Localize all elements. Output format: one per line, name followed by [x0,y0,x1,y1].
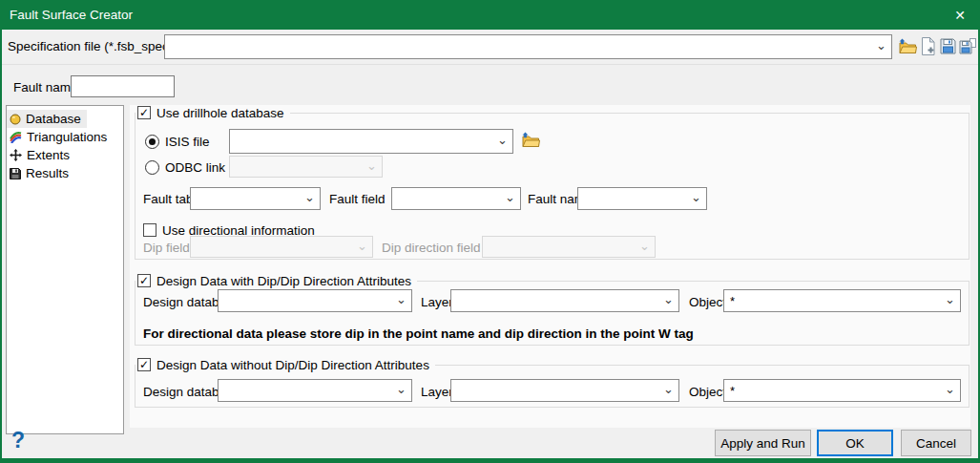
use-drillhole-database-row: ✓ Use drillhole database [136,105,290,120]
chevron-down-icon: ⌄ [945,293,955,305]
new-spec-button[interactable] [919,36,936,55]
design-with-layer-label: Layer [421,295,453,309]
open-spec-button[interactable] [897,37,917,55]
folder-open-icon [521,132,540,148]
window-title: Fault Surface Creator [10,0,133,30]
results-icon [10,168,21,179]
design-with-row: ✓ Design Data with Dip/Dip Direction Att… [136,273,417,288]
check-icon: ✓ [139,274,149,287]
window-border-left [0,0,2,463]
main-panel: ✓ Use drillhole database ISIS file ⌄ ODB… [130,105,970,428]
design-without-row: ✓ Design Data without Dip/Dip Direction … [136,357,435,372]
design-without-checkbox[interactable]: ✓ [137,358,151,371]
fault-name-combobox[interactable]: ⌄ [577,187,707,210]
save-as-spec-button[interactable] [958,37,976,54]
design-without-object-combobox[interactable]: * ⌄ [723,379,961,402]
sidebar-panel: Database Triangulations Extents Result [6,105,124,434]
use-directional-information-checkbox[interactable] [143,223,156,237]
chevron-down-icon: ⌄ [396,293,407,305]
chevron-down-icon: ⌄ [691,191,701,203]
sidebar-item-database[interactable]: Database [7,110,87,128]
design-with-object-label: Object [689,295,726,309]
title-bar: Fault Surface Creator ✕ [0,0,980,30]
fault-field-label: Fault field [329,192,386,206]
chevron-down-icon: ⌄ [304,191,315,203]
chevron-down-icon: ⌄ [945,383,955,395]
database-icon [10,114,21,125]
design-without-object-label: Object [689,385,726,399]
sidebar-item-label: Results [26,166,69,180]
dip-direction-field-combobox: ⌄ [482,236,656,258]
ok-label: OK [845,436,865,451]
design-with-database-combobox[interactable]: ⌄ [218,289,412,312]
window-border-bottom [0,458,980,463]
chevron-down-icon: ⌄ [505,191,515,203]
extents-icon [10,149,22,161]
fault-surface-creator-dialog: Fault Surface Creator ✕ Specification fi… [0,0,980,463]
help-icon: ? [11,428,25,452]
odbc-link-label: ODBC link [165,160,225,175]
sidebar-item-extents[interactable]: Extents [7,146,75,164]
save-spec-button[interactable] [939,37,956,54]
ok-button[interactable]: OK [817,430,893,456]
design-without-database-combobox[interactable]: ⌄ [218,379,412,402]
design-with-object-value: * [730,294,735,308]
chevron-down-icon: ⌄ [357,240,367,252]
dip-direction-field-label: Dip direction field [382,241,481,255]
design-without-label: Design Data without Dip/Dip Direction At… [156,358,429,372]
chevron-down-icon: ⌄ [663,293,674,305]
spec-file-combobox[interactable]: ⌄ [164,34,892,59]
open-isis-file-button[interactable] [520,131,541,149]
cancel-label: Cancel [916,436,956,451]
chevron-down-icon: ⌄ [366,159,377,172]
sidebar-item-label: Extents [27,148,70,162]
design-with-checkbox[interactable]: ✓ [137,274,151,287]
use-drillhole-database-checkbox[interactable]: ✓ [137,106,151,119]
odbc-link-row: ODBC link [145,159,225,175]
new-document-icon [920,37,935,55]
isis-file-combobox[interactable]: ⌄ [229,129,513,154]
odbc-link-combobox: ⌄ [229,156,383,178]
design-with-layer-combobox[interactable]: ⌄ [450,289,679,312]
chevron-down-icon: ⌄ [663,383,674,395]
close-icon: ✕ [954,8,966,23]
apply-and-run-label: Apply and Run [720,436,805,451]
check-icon: ✓ [139,106,149,119]
folder-open-icon [898,38,917,54]
check-icon: ✓ [139,358,149,371]
close-button[interactable]: ✕ [943,0,977,30]
design-without-layer-label: Layer [421,385,453,399]
sidebar-item-triangulations[interactable]: Triangulations [7,128,113,146]
fault-field-combobox[interactable]: ⌄ [391,187,521,210]
sidebar-item-results[interactable]: Results [7,164,74,182]
help-button[interactable]: ? [11,428,25,453]
save-as-icon [959,38,976,54]
design-without-object-value: * [730,384,735,398]
directional-data-note: For directional data please store dip in… [143,326,694,341]
sidebar-item-label: Database [26,112,81,126]
use-drillhole-database-label: Use drillhole database [156,106,284,120]
apply-and-run-button[interactable]: Apply and Run [715,430,811,456]
design-with-object-combobox[interactable]: * ⌄ [723,289,961,312]
save-icon [940,38,956,54]
fault-name-input[interactable] [71,75,175,97]
triangulations-icon [10,131,22,143]
fault-table-combobox[interactable]: ⌄ [190,187,321,210]
isis-file-radio[interactable] [145,135,159,149]
sidebar-item-label: Triangulations [27,130,107,144]
chevron-down-icon: ⌄ [497,134,508,146]
design-with-label: Design Data with Dip/Dip Direction Attri… [156,274,411,288]
design-without-layer-combobox[interactable]: ⌄ [450,379,679,402]
isis-file-row: ISIS file [145,134,210,149]
spec-file-label: Specification file (*.fsb_spec) [8,39,173,53]
isis-file-label: ISIS file [165,135,210,149]
odbc-link-radio[interactable] [145,160,159,175]
chevron-down-icon: ⌄ [639,240,650,252]
dip-field-combobox: ⌄ [190,236,373,258]
chevron-down-icon: ⌄ [876,39,886,52]
dip-field-label: Dip field [143,241,190,255]
cancel-button[interactable]: Cancel [901,430,971,456]
fault-name-label: Fault name [13,80,78,95]
chevron-down-icon: ⌄ [396,383,407,395]
